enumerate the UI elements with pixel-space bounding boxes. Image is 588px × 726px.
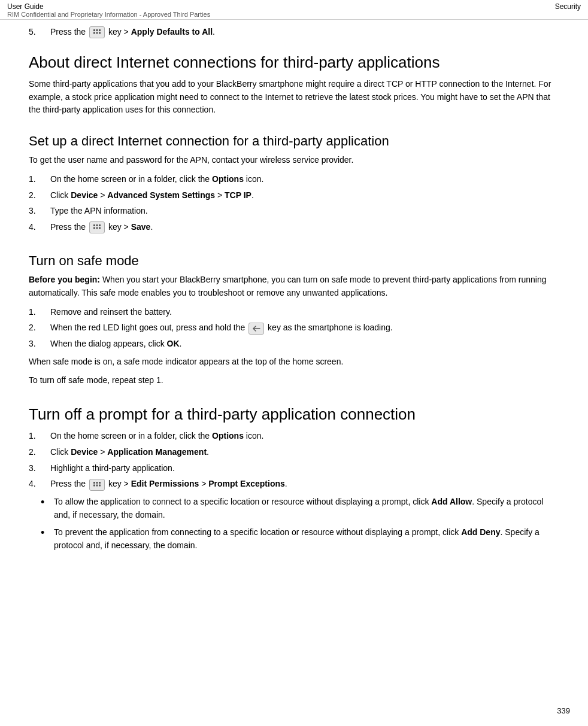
page-number: 339: [557, 706, 570, 715]
step5-bold: Apply Defaults to All: [131, 27, 213, 37]
s3-step1-num: 1.: [29, 306, 50, 319]
section3-intro: Before you begin: When you start your Bl…: [29, 274, 559, 299]
bullet-dot-2: •: [41, 526, 51, 540]
s4-step3-text: Highlight a third-party application.: [50, 462, 559, 475]
menu-key-icon-3: [89, 479, 105, 491]
section3-bold-intro: Before you begin:: [29, 275, 100, 284]
section4-bullet1-text: To allow the application to connect to a…: [54, 496, 559, 521]
section4-bullets: • To allow the application to connect to…: [29, 496, 559, 552]
s2-step2-num: 2.: [29, 189, 50, 202]
s4-step4-num: 4.: [29, 478, 50, 491]
section4-steps: 1. On the home screen or in a folder, cl…: [29, 430, 559, 491]
svg-rect-1: [96, 29, 98, 31]
svg-rect-12: [93, 482, 95, 484]
section3-steps: 1. Remove and reinsert the battery. 2. W…: [29, 306, 559, 351]
s4-step4-text: Press the key > Edit Permissions > Promp…: [50, 478, 559, 491]
section2-step1: 1. On the home screen or in a folder, cl…: [29, 173, 559, 186]
s2-step3-num: 3.: [29, 205, 50, 218]
section3-para2: To turn off safe mode, repeat step 1.: [29, 374, 559, 387]
section4-bullet2: • To prevent the application from connec…: [29, 526, 559, 552]
section4-heading: Turn off a prompt for a third-party appl…: [29, 405, 559, 424]
s3-step3-text: When the dialog appears, click OK.: [50, 338, 559, 351]
svg-rect-0: [93, 29, 95, 31]
step5-row: 5. Press the key > Apply Defaults to All…: [29, 26, 559, 39]
section2-intro: To get the user name and password for th…: [29, 154, 559, 167]
s2-step1-num: 1.: [29, 173, 50, 186]
section4-bullet1: • To allow the application to connect to…: [29, 496, 559, 521]
svg-rect-9: [93, 227, 95, 229]
s3-step3-num: 3.: [29, 338, 50, 351]
svg-rect-13: [96, 482, 98, 484]
s3-step2-text: When the red LED light goes out, press a…: [50, 321, 559, 335]
header-left: User Guide RIM Confidential and Propriet…: [7, 2, 210, 18]
s2-step3-text: Type the APN information.: [50, 205, 559, 218]
section4-step2: 2. Click Device > Application Management…: [29, 446, 559, 459]
svg-rect-3: [93, 32, 95, 34]
section2-steps: 1. On the home screen or in a folder, cl…: [29, 173, 559, 234]
svg-rect-14: [99, 482, 101, 484]
s2-step1-text: On the home screen or in a folder, click…: [50, 173, 559, 186]
page-header: User Guide RIM Confidential and Propriet…: [0, 0, 588, 19]
section2-step2: 2. Click Device > Advanced System Settin…: [29, 189, 559, 202]
section2-step3: 3. Type the APN information.: [29, 205, 559, 218]
svg-rect-6: [93, 224, 95, 226]
section4-bullet2-text: To prevent the application from connecti…: [54, 526, 559, 552]
s2-step4-text: Press the key > Save.: [50, 221, 559, 234]
header-subtitle: RIM Confidential and Proprietary Informa…: [7, 11, 210, 18]
back-key-icon: [248, 323, 264, 335]
s2-step4-num: 4.: [29, 221, 50, 234]
section1-para: Some third-party applications that you a…: [29, 78, 559, 117]
s4-step1-num: 1.: [29, 430, 50, 443]
section3-step3: 3. When the dialog appears, click OK.: [29, 338, 559, 351]
section2-heading: Set up a direct Internet connection for …: [29, 133, 559, 149]
section4-step4: 4. Press the key > Edit Permissions > Pr…: [29, 478, 559, 491]
menu-key-icon: [89, 26, 105, 38]
svg-rect-15: [93, 484, 95, 486]
s4-step1-text: On the home screen or in a folder, click…: [50, 430, 559, 443]
step5-num: 5.: [29, 26, 50, 39]
s4-step3-num: 3.: [29, 462, 50, 475]
svg-rect-11: [99, 227, 101, 229]
section4-step1: 1. On the home screen or in a folder, cl…: [29, 430, 559, 443]
section3-intro-text: When you start your BlackBerry smartphon…: [29, 275, 547, 297]
s3-step2-num: 2.: [29, 321, 50, 335]
section3-heading: Turn on safe mode: [29, 253, 559, 269]
s4-step2-num: 2.: [29, 446, 50, 459]
svg-rect-4: [96, 32, 98, 34]
s4-step2-text: Click Device > Application Management.: [50, 446, 559, 459]
svg-rect-5: [99, 32, 101, 34]
header-title: User Guide: [7, 2, 210, 11]
main-content: 5. Press the key > Apply Defaults to All…: [0, 20, 588, 575]
header-right: Security: [555, 2, 581, 18]
svg-rect-2: [99, 29, 101, 31]
s2-step2-text: Click Device > Advanced System Settings …: [50, 189, 559, 202]
svg-rect-16: [96, 484, 98, 486]
step5-text: Press the key > Apply Defaults to All.: [50, 26, 559, 39]
section3-para1: When safe mode is on, a safe mode indica…: [29, 356, 559, 369]
s3-step1-text: Remove and reinsert the battery.: [50, 306, 559, 319]
section2-step4: 4. Press the key > Save.: [29, 221, 559, 234]
bullet-dot-1: •: [41, 496, 51, 509]
svg-rect-8: [99, 224, 101, 226]
svg-rect-10: [96, 227, 98, 229]
svg-rect-17: [99, 484, 101, 486]
menu-key-icon-2: [89, 221, 105, 233]
section3-step2: 2. When the red LED light goes out, pres…: [29, 321, 559, 335]
section3-step1: 1. Remove and reinsert the battery.: [29, 306, 559, 319]
section4-step3: 3. Highlight a third-party application.: [29, 462, 559, 475]
svg-rect-7: [96, 224, 98, 226]
section1-heading: About direct Internet connections for th…: [29, 53, 559, 72]
